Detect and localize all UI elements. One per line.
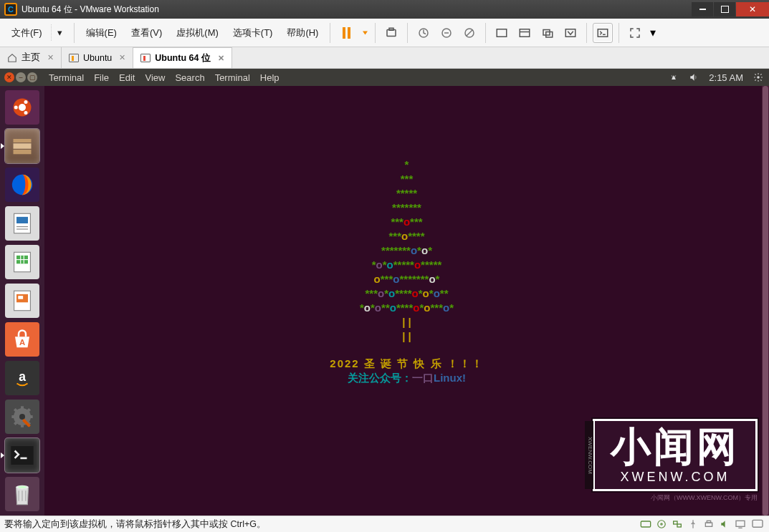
- settings-icon[interactable]: [5, 400, 39, 434]
- menu-view[interactable]: 查看(V): [125, 24, 168, 42]
- fit-window-icon[interactable]: [515, 23, 535, 43]
- svg-rect-5: [497, 29, 507, 37]
- terminal-menubar: Terminal File Edit View Search Terminal …: [49, 72, 280, 83]
- fit-guest-icon[interactable]: [492, 23, 512, 43]
- vmware-window-title: Ubuntu 64 位 - VMware Workstation: [22, 4, 691, 16]
- menu-edit[interactable]: 编辑(E): [80, 24, 123, 42]
- software-icon[interactable]: A: [5, 322, 39, 357]
- vmware-titlebar: C Ubuntu 64 位 - VMware Workstation: [0, 0, 769, 19]
- clock[interactable]: 2:15 AM: [709, 72, 743, 83]
- vm-tabs: 主页 ✕ Ubuntu ✕ Ubuntu 64 位 ✕: [0, 47, 769, 69]
- status-text: 要将输入定向到该虚拟机，请将鼠标指针移入其中或按 Ctrl+G。: [4, 518, 640, 531]
- printer-icon[interactable]: [703, 519, 715, 529]
- svg-point-45: [658, 521, 666, 528]
- ubuntu-menubar: ✕ – ▢ Terminal File Edit View Search Ter…: [0, 69, 769, 86]
- menu-tabs[interactable]: 选项卡(T): [227, 24, 279, 42]
- terminal-menu-edit[interactable]: Edit: [119, 72, 135, 83]
- watermark-big: 小闻网: [611, 427, 740, 467]
- menu-help[interactable]: 帮助(H): [281, 24, 324, 42]
- thumbnail-icon[interactable]: [560, 23, 581, 43]
- tree-trunk: | |: [330, 329, 483, 344]
- tree-line: ***: [330, 172, 483, 186]
- svg-point-46: [661, 523, 662, 525]
- svg-rect-10: [566, 29, 576, 37]
- maximize-button[interactable]: [714, 2, 735, 16]
- sound-status-icon[interactable]: [719, 519, 730, 529]
- menu-vm[interactable]: 虚拟机(M): [171, 24, 224, 42]
- guest-display[interactable]: ✕ – ▢ Terminal File Edit View Search Ter…: [0, 69, 769, 516]
- vmware-logo-icon: C: [4, 3, 17, 16]
- tab-ubuntu-label: Ubuntu: [83, 53, 112, 63]
- calc-icon[interactable]: [5, 245, 39, 279]
- terminal-scrollbar[interactable]: [762, 86, 769, 516]
- ubuntu-maximize-button[interactable]: ▢: [27, 72, 37, 82]
- tree-line: ***o***: [330, 215, 483, 229]
- vmware-menubar: 文件(F) ▾ 编辑(E) 查看(V) 虚拟机(M) 选项卡(T) 帮助(H) …: [0, 19, 769, 47]
- tree-line: *o*o*****o*****: [330, 258, 483, 272]
- svg-rect-40: [11, 446, 33, 465]
- tab-close-icon[interactable]: ✕: [218, 54, 224, 63]
- svg-rect-6: [520, 29, 530, 37]
- firefox-icon[interactable]: [5, 168, 39, 202]
- snapshot-manage-icon[interactable]: [459, 23, 479, 43]
- tree-line: *****: [330, 186, 483, 200]
- fullscreen-dropdown[interactable]: ▾: [648, 23, 658, 43]
- cd-icon[interactable]: [656, 519, 667, 529]
- tab-ubuntu64[interactable]: Ubuntu 64 位 ✕: [133, 47, 232, 68]
- svg-rect-23: [16, 217, 28, 223]
- menu-file[interactable]: 文件(F): [6, 24, 48, 42]
- terminal-launcher-icon[interactable]: [5, 438, 39, 473]
- snapshot-button[interactable]: [381, 23, 401, 43]
- writer-icon[interactable]: [5, 206, 39, 241]
- message-icon[interactable]: [750, 519, 765, 529]
- ubuntu-minimize-button[interactable]: –: [16, 72, 26, 82]
- usb-icon[interactable]: [687, 519, 699, 529]
- trash-icon[interactable]: [5, 477, 39, 511]
- svg-point-14: [19, 104, 26, 111]
- network-status-icon[interactable]: [672, 519, 683, 529]
- files-icon[interactable]: [5, 129, 39, 163]
- terminal-menu-file[interactable]: File: [94, 72, 109, 83]
- terminal-menu-view[interactable]: View: [145, 72, 165, 83]
- svg-point-43: [18, 485, 27, 488]
- terminal-menu-search[interactable]: Search: [175, 72, 204, 83]
- fullscreen-button[interactable]: [625, 23, 645, 43]
- snapshot-revert-icon[interactable]: [436, 23, 457, 43]
- console-button[interactable]: [593, 23, 613, 43]
- unity-launcher: A a: [0, 86, 44, 516]
- tree-line: *o*o**o****o*o***o*: [330, 301, 483, 315]
- unity-icon[interactable]: [538, 23, 558, 43]
- close-button[interactable]: [736, 2, 769, 16]
- display-status-icon[interactable]: [735, 519, 746, 529]
- svg-rect-49: [705, 523, 712, 526]
- svg-rect-11: [598, 29, 608, 37]
- terminal-menu-terminal[interactable]: Terminal: [215, 72, 250, 83]
- pause-button[interactable]: [336, 23, 356, 43]
- home-icon: [7, 53, 17, 63]
- gear-icon[interactable]: [753, 72, 763, 82]
- svg-rect-18: [14, 139, 32, 142]
- tab-close-icon[interactable]: ✕: [119, 53, 125, 62]
- svg-point-17: [24, 111, 28, 115]
- tab-home-label: 主页: [22, 52, 40, 64]
- tab-close-icon[interactable]: ✕: [47, 53, 54, 62]
- ubuntu-close-button[interactable]: ✕: [4, 72, 14, 82]
- network-icon[interactable]: [669, 72, 679, 82]
- snapshot-take-icon[interactable]: [414, 23, 434, 43]
- terminal-app-name: Terminal: [49, 72, 84, 83]
- terminal-menu-help[interactable]: Help: [260, 72, 280, 83]
- svg-rect-47: [674, 521, 677, 524]
- amazon-icon[interactable]: a: [5, 361, 39, 395]
- disk-icon[interactable]: [640, 519, 651, 529]
- watermark-small: XWENW.COM: [611, 470, 740, 485]
- impress-icon[interactable]: [5, 284, 39, 318]
- tree-line: ***o****: [330, 229, 483, 243]
- tab-home[interactable]: 主页 ✕: [0, 47, 62, 68]
- minimize-button[interactable]: [692, 2, 713, 16]
- tab-ubuntu[interactable]: Ubuntu ✕: [62, 47, 133, 68]
- power-dropdown[interactable]: [359, 23, 369, 43]
- watermark-footer: 小闻网（WWW.XWENW.COM）专用: [651, 493, 758, 503]
- dash-icon[interactable]: [5, 90, 39, 125]
- volume-icon[interactable]: [689, 72, 699, 82]
- tree-line: o***o*******o*: [330, 272, 483, 286]
